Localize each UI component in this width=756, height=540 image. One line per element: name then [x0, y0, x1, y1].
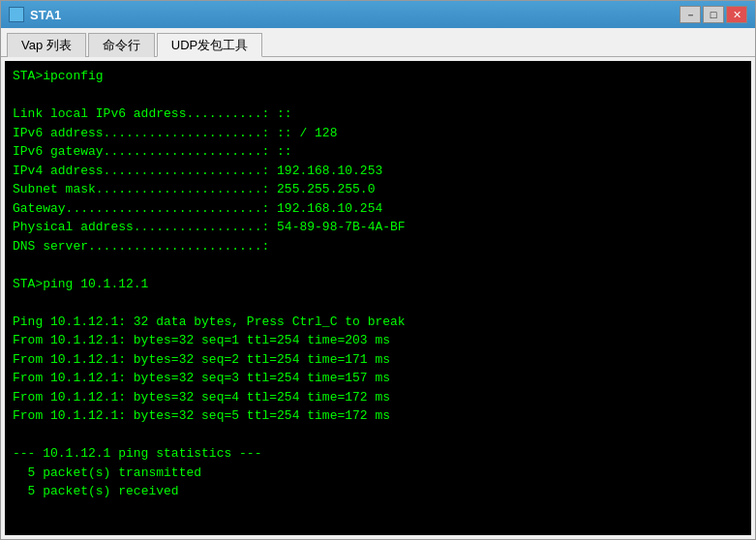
- tab-bar: Vap 列表 命令行 UDP发包工具: [1, 28, 755, 57]
- terminal-output: STA>ipconfig Link local IPv6 address....…: [13, 67, 743, 501]
- title-bar-left: STA1: [9, 7, 61, 22]
- tab-vap-list[interactable]: Vap 列表: [7, 33, 86, 57]
- title-bar: STA1 － □ ✕: [1, 1, 755, 28]
- close-button[interactable]: ✕: [726, 6, 747, 23]
- main-window: STA1 － □ ✕ Vap 列表 命令行 UDP发包工具 STA>ipconf…: [0, 0, 756, 540]
- title-controls: － □ ✕: [680, 6, 747, 23]
- app-icon: [9, 7, 24, 22]
- minimize-button[interactable]: －: [680, 6, 701, 23]
- window-title: STA1: [30, 8, 61, 22]
- terminal[interactable]: STA>ipconfig Link local IPv6 address....…: [5, 61, 751, 535]
- tab-command-line[interactable]: 命令行: [88, 33, 155, 57]
- maximize-button[interactable]: □: [703, 6, 724, 23]
- tab-udp-tool[interactable]: UDP发包工具: [157, 33, 262, 57]
- content-area: STA>ipconfig Link local IPv6 address....…: [1, 57, 755, 539]
